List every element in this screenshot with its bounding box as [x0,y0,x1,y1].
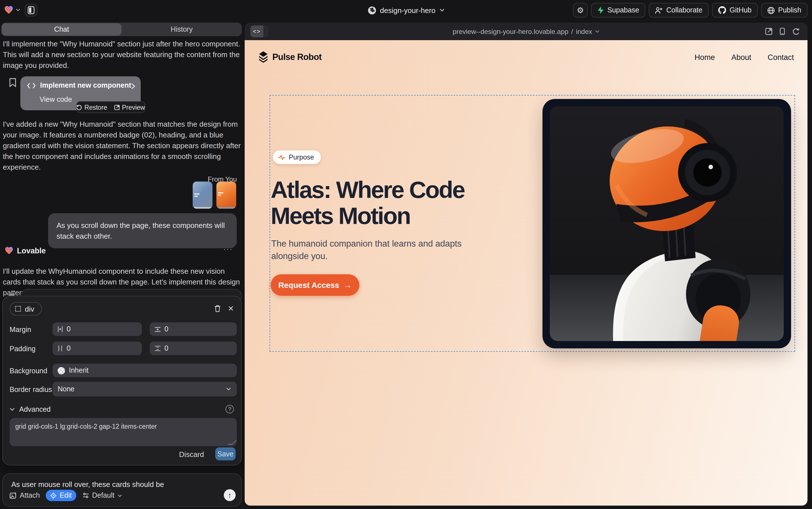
purpose-badge: Purpose [273,150,321,164]
logo-chevron-down-icon[interactable] [16,8,20,11]
bookmark-icon[interactable] [9,78,16,87]
assistant-name: Lovable [17,246,46,255]
advanced-toggle[interactable]: Advanced [10,406,50,413]
preview-panel: preview--design-your-hero.lovable.app / … [245,23,808,506]
tab-chat[interactable]: Chat [2,23,121,36]
margin-x-input[interactable]: 0 [52,323,142,336]
hero-robot-card [543,99,791,348]
hero-heading: Atlas: Where Code Meets Motion [271,177,465,229]
github-button[interactable]: GitHub [712,3,758,18]
target-icon [50,492,57,499]
composer-input-text[interactable]: As user mouse roll over, these cards sho… [11,480,164,489]
site-preview: Pulse Robot Home About Contact Purpose A… [245,40,808,506]
discard-button[interactable]: Discard [179,450,204,459]
attachment-thumbnail-blue[interactable] [193,181,213,209]
collaborate-people-icon [655,6,663,14]
margin-label: Margin [10,326,31,334]
attach-button[interactable]: Attach [10,491,40,499]
user-message-bubble: As you scroll down the page, these compo… [48,213,237,248]
padding-y-icon [155,345,160,351]
gear-icon: ⚙ [577,6,584,14]
site-brand[interactable]: Pulse Robot [258,51,322,63]
nav-home[interactable]: Home [695,53,715,62]
code-toggle-track [263,26,268,37]
project-name: design-your-hero [380,6,436,14]
composer-toolbar: Attach Edit Default ↑ [10,490,236,501]
assistant-header: Lovable ··· [4,245,238,257]
close-icon[interactable]: ✕ [228,304,234,313]
preview-header: preview--design-your-hero.lovable.app / … [245,23,808,40]
arrow-right-icon: → [344,280,352,290]
lovable-logo-icon[interactable] [4,5,13,15]
restore-button[interactable]: Restore [77,104,107,110]
pulse-icon [278,154,285,160]
preview-url-domain: preview--design-your-hero.lovable.app [453,27,568,35]
collaborate-label: Collaborate [666,6,702,14]
sidebar-toggle-button[interactable] [25,4,37,16]
open-in-new-tab-icon[interactable] [765,28,772,35]
preview-url-separator: / [571,27,573,35]
external-link-icon [114,104,119,110]
assistant-message-1: I'll implement the "Why Humanoid" sectio… [3,38,240,71]
github-icon [718,6,726,14]
project-globe-icon [368,6,376,14]
nav-about[interactable]: About [731,53,751,62]
settings-button[interactable]: ⚙ [573,3,588,18]
site-brand-name: Pulse Robot [272,52,322,62]
lovable-heart-icon [4,246,13,255]
element-inspector-panel: div ✕ Margin 0 0 Padding 0 0 Backgr [2,296,242,466]
code-view-toggle[interactable]: <> [250,26,268,37]
background-input[interactable]: Inherit [52,364,237,377]
sliders-icon [82,493,89,498]
publish-label: Publish [778,6,801,14]
help-icon[interactable]: ? [225,405,234,413]
publish-button[interactable]: Publish [761,3,808,18]
padding-x-input[interactable]: 0 [52,342,142,355]
resize-handle[interactable] [228,440,237,444]
pulse-robot-logo-icon [258,51,268,63]
save-button[interactable]: Save [215,447,236,461]
preview-url[interactable]: preview--design-your-hero.lovable.app / … [245,23,808,40]
robot-image [550,106,784,341]
padding-x-icon [58,345,63,351]
edit-mode-button[interactable]: Edit [46,490,76,501]
padding-label: Padding [10,345,36,353]
refresh-icon[interactable] [792,28,800,35]
chat-panel: Chat History I'll implement the "Why Hum… [0,20,243,509]
publish-globe-icon [767,6,775,14]
preview-button[interactable]: Preview [114,104,145,110]
request-access-button[interactable]: Request Access → [271,274,359,296]
url-chevron-down-icon [595,30,599,33]
advanced-classes-textarea[interactable]: grid grid-cols-1 lg:grid-cols-2 gap-12 i… [10,418,237,446]
send-button[interactable]: ↑ [224,489,236,501]
github-label: GitHub [730,6,751,14]
mobile-view-icon[interactable] [780,28,785,35]
padding-y-input[interactable]: 0 [150,342,237,355]
attachment-thumbnail-orange[interactable] [216,181,236,209]
border-radius-select[interactable]: None [52,382,237,397]
trash-icon[interactable] [214,305,221,312]
margin-y-input[interactable]: 0 [150,323,237,336]
project-switcher[interactable]: design-your-hero [368,0,445,20]
code-toggle-label: <> [250,26,263,37]
chat-composer[interactable]: As user mouse roll over, these cards sho… [2,473,242,507]
mode-select[interactable]: Default [82,491,122,499]
code-brackets-icon [27,82,36,89]
view-code-link[interactable]: View code [40,96,72,103]
tab-history[interactable]: History [121,23,242,36]
sidebar-panel-icon [28,6,34,14]
nav-contact[interactable]: Contact [768,53,794,62]
message-menu-button[interactable]: ··· [223,244,233,253]
element-tag: div [25,305,34,313]
selected-element-pill[interactable]: div [10,302,41,315]
hero-subtext: The humanoid companion that learns and a… [271,238,464,263]
supabase-button[interactable]: Supabase [591,3,645,18]
supabase-bolt-icon [597,6,604,14]
collaborate-button[interactable]: Collaborate [649,3,709,18]
purpose-badge-label: Purpose [289,153,314,161]
component-card-title: Implement new component [40,81,131,89]
topbar-actions: ⚙ Supabase Collaborate GitHub Publish [573,3,808,18]
site-nav: Home About Contact [695,53,794,62]
version-toolbar: Restore Preview [76,101,145,113]
restore-icon [77,104,82,110]
